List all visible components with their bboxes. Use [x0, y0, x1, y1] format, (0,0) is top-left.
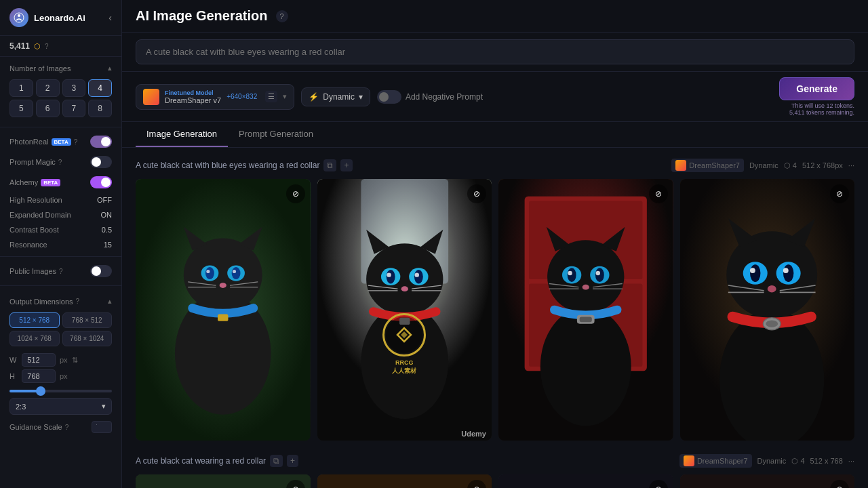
output-dims-section-header: Output Dimensions ? ▴	[0, 290, 121, 310]
image-3-eye-slash-icon[interactable]: ⊘	[649, 184, 668, 203]
generate-label: Generate	[796, 83, 837, 94]
add-prompt-2-icon[interactable]: +	[287, 455, 298, 467]
neg-prompt-label: Add Negative Prompt	[406, 92, 483, 102]
watermark-text-rrcg: RRCG人人素材	[382, 359, 426, 375]
group-1-more-icon[interactable]: ···	[848, 161, 854, 169]
sidebar-collapse-button[interactable]: ‹	[108, 12, 112, 23]
prompt-magic-label-group: Prompt Magic ?	[9, 158, 62, 166]
svg-rect-86	[498, 474, 673, 488]
alchemy-beta-badge: BETA	[41, 179, 60, 186]
add-prompt-icon[interactable]: +	[340, 159, 352, 171]
height-unit: px	[60, 372, 68, 380]
image-1-eye-slash-icon[interactable]: ⊘	[286, 184, 305, 203]
group-1-header: A cute black cat with blue eyes wearing …	[136, 159, 854, 172]
height-input[interactable]	[22, 369, 56, 383]
num-btn-4[interactable]: 4	[88, 79, 112, 97]
style-selector[interactable]: ⚡ Dynamic ▾	[301, 87, 370, 106]
guidance-input[interactable]	[92, 421, 112, 433]
ratio-value: 2:3	[16, 403, 26, 411]
group-2-more-icon[interactable]: ···	[848, 457, 854, 465]
svg-rect-18	[218, 314, 228, 321]
model-info: Finetuned Model DreamShaper v7	[165, 89, 221, 104]
width-row: W px ⇅	[9, 353, 112, 367]
dim-btn-512x768[interactable]: 512 × 768	[9, 312, 60, 328]
watermark-inner	[386, 317, 422, 353]
svg-point-31	[401, 286, 408, 291]
width-unit: px	[60, 356, 68, 364]
alchemy-toggle[interactable]	[90, 176, 112, 188]
photon-info-icon[interactable]: ?	[74, 138, 78, 146]
resonance-row: Resonance 15	[0, 237, 121, 252]
num-btn-3[interactable]: 3	[62, 79, 86, 97]
model-style-icon: ☰	[265, 91, 277, 102]
high-res-row: High Resolution OFF	[0, 192, 121, 207]
svg-point-28	[414, 270, 422, 284]
output-dims-label: Output Dimensions	[9, 298, 73, 306]
tokens-info-icon[interactable]: ?	[45, 43, 49, 50]
image-card-1: ⊘	[136, 179, 311, 441]
dim-btn-1024x768[interactable]: 1024 × 768	[9, 331, 60, 346]
guidance-info-icon[interactable]: ?	[65, 424, 69, 431]
tab-image-generation[interactable]: Image Generation	[136, 122, 228, 147]
ratio-dropdown[interactable]: 2:3 ▾	[9, 398, 112, 415]
neg-prompt-toggle[interactable]	[377, 90, 401, 104]
width-input[interactable]	[22, 353, 56, 367]
photon-toggle[interactable]	[90, 136, 112, 148]
expanded-domain-label: Expanded Domain	[9, 211, 71, 219]
model-icon	[143, 89, 159, 105]
neg-prompt-control[interactable]: Add Negative Prompt	[377, 90, 483, 104]
num-btn-7[interactable]: 7	[62, 100, 86, 117]
tabs-row: Image Generation Prompt Generation	[122, 122, 868, 148]
num-btn-6[interactable]: 6	[36, 100, 60, 117]
model-selector[interactable]: Finetuned Model DreamShaper v7 +640×832 …	[136, 84, 294, 110]
output-dims-collapse-icon[interactable]: ▴	[108, 297, 112, 306]
contrast-boost-value: 0.5	[102, 226, 112, 234]
svg-point-10	[232, 267, 241, 279]
num-btn-2[interactable]: 2	[36, 79, 60, 97]
sidebar-logo: Leonardo.Ai	[9, 8, 85, 27]
image-4-eye-slash-icon[interactable]: ⊘	[830, 184, 849, 203]
cat-thumb-4-svg	[680, 474, 855, 488]
copy-prompt-2-icon[interactable]: ⧉	[270, 455, 283, 467]
prompt-magic-info-icon[interactable]: ?	[58, 159, 62, 166]
cat-thumb-2-svg	[317, 474, 492, 488]
alchemy-label: Alchemy	[9, 178, 38, 186]
prompt-magic-label: Prompt Magic	[9, 158, 56, 166]
num-btn-5[interactable]: 5	[9, 100, 33, 117]
dynamic-icon: ⚡	[309, 92, 319, 102]
cat-thumb-1-svg	[136, 474, 311, 488]
public-images-info-icon[interactable]: ?	[59, 268, 63, 275]
sidebar: Leonardo.Ai ‹ 5,411 ⬡ ? Number of Images…	[0, 0, 122, 488]
svg-point-4	[184, 239, 262, 312]
group-1-model-badge: DreamShaper7	[671, 159, 744, 172]
output-dims-info-icon[interactable]: ?	[76, 298, 80, 305]
image-card-2: RRCG人人素材 Udemy ⊘	[317, 179, 492, 441]
guidance-label: Guidance Scale	[9, 423, 62, 431]
token-cost-info: This will use 12 tokens. 5,411 tokens re…	[789, 102, 854, 116]
image-2-eye-slash-icon[interactable]: ⊘	[467, 184, 486, 203]
copy-prompt-icon[interactable]: ⧉	[323, 159, 336, 171]
image-card-2-2: ⊘	[317, 474, 492, 488]
dim-btn-768x512[interactable]: 768 × 512	[62, 312, 113, 328]
public-images-toggle[interactable]	[90, 265, 112, 277]
tab-prompt-generation[interactable]: Prompt Generation	[228, 122, 324, 147]
num-images-collapse-icon[interactable]: ▴	[108, 64, 112, 73]
cat-image-1-svg	[136, 179, 311, 441]
dim-btn-768x1024[interactable]: 768 × 1024	[62, 331, 113, 346]
prompt-magic-toggle[interactable]	[90, 156, 112, 168]
generate-button[interactable]: Generate	[779, 77, 854, 100]
num-btn-1[interactable]: 1	[9, 79, 33, 97]
svg-point-42	[547, 240, 624, 313]
neg-toggle-knob	[379, 92, 389, 102]
svg-point-49	[568, 271, 572, 275]
token-remaining-text: 5,411 tokens remaining.	[789, 109, 854, 116]
svg-rect-76	[136, 474, 311, 488]
swap-icon[interactable]: ⇅	[72, 356, 78, 365]
cat-image-4-svg	[680, 179, 855, 441]
num-btn-8[interactable]: 8	[88, 100, 112, 117]
group-2-count: ⬡ 4	[791, 457, 804, 466]
dim-slider[interactable]	[9, 390, 112, 392]
page-title-info-icon[interactable]: ?	[276, 10, 288, 22]
prompt-input[interactable]	[136, 39, 854, 64]
image-card-2-4: ⊘	[680, 474, 855, 488]
